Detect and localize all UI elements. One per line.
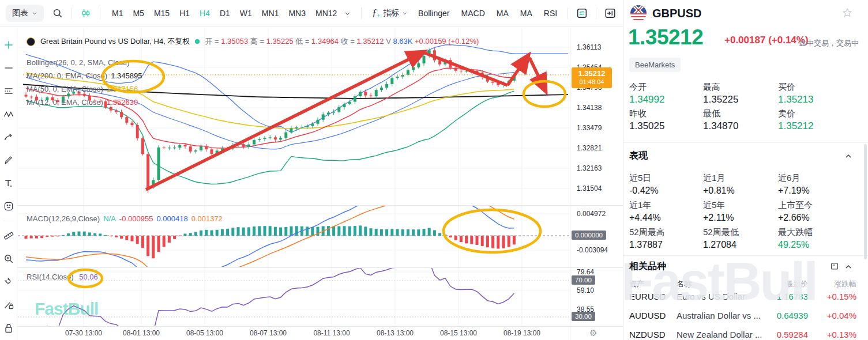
indicator-row-1: MA(200, 0, EMA, Close)1.345895 <box>27 71 142 80</box>
performance-item: 上市至今+2.66% <box>778 200 859 222</box>
indicator-button-rsi-4[interactable]: RSI <box>544 9 557 18</box>
indicator-button-bollinger-0[interactable]: Bollinger <box>418 9 449 18</box>
time-tick: 08-07 13:00 <box>242 329 294 337</box>
timeframe-mn1[interactable]: MN1 <box>262 9 279 18</box>
sidebar-symbol: GBPUSD <box>652 7 702 20</box>
time-tick: 08-01 13:00 <box>115 329 167 337</box>
related-asset: NZDUSD <box>629 330 666 339</box>
indicator-button-ma-2[interactable]: MA <box>497 9 509 18</box>
channels-icon[interactable] <box>0 80 17 103</box>
price-tick: 1.32821 <box>577 144 602 152</box>
performance-label: 上市至今 <box>778 200 859 211</box>
related-change: +0.13% <box>814 330 856 339</box>
trading-terminal: 图表 M1M5M15H1H4D1W1MN1MN3MN12 ƒ+ 指标 Bolli… <box>0 0 868 340</box>
timeframes-more-chevron-icon[interactable] <box>340 6 354 20</box>
pane-layout-icon[interactable] <box>575 6 589 20</box>
sidebar-scrollbar[interactable] <box>864 144 867 259</box>
zoom-in-icon[interactable] <box>0 247 17 270</box>
related-panel-icon[interactable] <box>830 262 839 273</box>
indicator-label: MA(12, 0, EMA, Close) <box>27 98 103 107</box>
timeframe-mn12[interactable]: MN12 <box>315 9 337 18</box>
top-toolbar: 图表 M1M5M15H1H4D1W1MN1MN3MN12 ƒ+ 指标 Bolli… <box>0 0 623 27</box>
quote-stat-value: 1.34992 <box>629 94 703 105</box>
related-row-nzdusd[interactable]: NZDUSDNew Zealand Dollar ...0.59284+0.13… <box>629 330 868 340</box>
brush-lock-icon[interactable] <box>0 293 17 316</box>
performance-grid: 近5日-0.42%近1月+0.81%近6月+7.19%近1年+4.44%近5年+… <box>629 173 859 250</box>
curve-arrow-icon[interactable] <box>0 126 17 149</box>
macd-badge: 0.000000 <box>572 231 606 240</box>
performance-item: 近1月+0.81% <box>703 173 778 195</box>
macd-value: -0.000955 <box>119 214 153 223</box>
related-collapse-chevron-icon[interactable] <box>844 262 853 274</box>
emoji-icon[interactable] <box>0 195 17 218</box>
ohlc-value: 1.34964 <box>311 37 341 46</box>
performance-item: 近5日-0.42% <box>629 173 703 195</box>
timeframe-w1[interactable]: W1 <box>240 9 252 18</box>
quote-stat: 今开1.34992 <box>629 82 703 105</box>
ohlc-label: 低 = <box>295 37 311 46</box>
wave-pattern-icon[interactable] <box>0 103 17 126</box>
collapse-panel-icon[interactable] <box>603 6 617 20</box>
related-row-audusd[interactable]: AUDUSDAustralian Dollar vs ...0.64939+0.… <box>629 311 868 323</box>
timeframe-m15[interactable]: M15 <box>154 9 170 18</box>
chart-watermark-logo: FastBull <box>35 299 98 319</box>
axis-settings-gear-icon[interactable]: ⚙ <box>589 328 597 338</box>
volume-value: 8.63K <box>393 37 415 46</box>
performance-label: 近1年 <box>629 200 703 211</box>
crosshair-icon[interactable] <box>0 33 17 56</box>
macd-value: N/A <box>103 214 116 223</box>
timeframe-d1[interactable]: D1 <box>220 9 230 18</box>
text-icon[interactable] <box>0 172 17 195</box>
quote-stat-label: 最高 <box>703 82 778 93</box>
indicators-menu-button[interactable]: ƒ+ 指标 <box>369 7 411 20</box>
price-tick: 1.32163 <box>577 164 602 172</box>
related-asset: AUDUSD <box>629 311 666 320</box>
performance-value: 1.27084 <box>703 240 778 250</box>
brush-icon[interactable] <box>0 149 17 172</box>
indicator-row-0: Bollinger(26, 0, 2, SMA, Close) <box>27 58 129 67</box>
quote-stat: 买价1.35213 <box>778 82 859 105</box>
quote-stat-label: 卖价 <box>778 108 859 119</box>
chevron-down-icon <box>32 10 37 16</box>
indicator-row-3: MA(12, 0, EMA, Close)1.352630 <box>27 98 138 107</box>
ruler-icon[interactable] <box>0 224 17 247</box>
trend-line-icon[interactable] <box>0 56 17 80</box>
quote-stat: 最高1.35225 <box>703 82 778 105</box>
sidebar-change: +0.00187 (+0.14%) <box>724 35 809 46</box>
ohlc-label: 开 = <box>205 37 221 46</box>
indicator-button-ma-3[interactable]: MA <box>520 9 532 18</box>
related-row-eurusd[interactable]: EURUSDEuro vs US Dollar1.16783+0.15% <box>629 292 868 304</box>
function-icon: ƒ+ <box>372 7 380 19</box>
magnet-icon[interactable] <box>0 270 17 293</box>
performance-value: +7.19% <box>778 186 859 196</box>
search-icon[interactable] <box>51 6 65 20</box>
ohlc-label: 高 = <box>250 37 266 46</box>
quote-stat-label: 最低 <box>703 108 778 119</box>
ohlc-values: 开 = 1.35053 高 = 1.35225 低 = 1.34964 收 = … <box>205 36 479 47</box>
timeframe-m1[interactable]: M1 <box>112 9 123 18</box>
broker-tag[interactable]: BeeMarkets <box>629 58 681 72</box>
rsi-legend: RSI(14,Close) 50.06 <box>27 273 98 281</box>
timeframe-mn3[interactable]: MN3 <box>288 9 306 18</box>
toolbar-divider <box>3 221 14 221</box>
timeframe-h1[interactable]: H1 <box>179 9 190 18</box>
related-price: 0.59284 <box>745 330 808 339</box>
related-header-0: 资产 <box>629 279 644 289</box>
timeframe-h4[interactable]: H4 <box>200 9 210 18</box>
performance-value: +0.81% <box>703 186 778 196</box>
candlestick-style-icon[interactable] <box>79 6 93 20</box>
favorite-star-icon[interactable] <box>841 7 853 21</box>
related-change: +0.15% <box>814 292 856 301</box>
session-status: 盘中交易，交易中 <box>799 38 859 48</box>
related-name: Euro vs US Dollar <box>677 292 743 301</box>
volume-label: V <box>386 37 393 46</box>
timeframe-m5[interactable]: M5 <box>133 9 144 18</box>
indicator-button-macd-1[interactable]: MACD <box>461 9 485 18</box>
performance-collapse-chevron-icon[interactable] <box>844 152 853 163</box>
lock-icon[interactable] <box>0 316 17 339</box>
time-tick: 08-13 13:00 <box>369 329 421 337</box>
chart-type-menu-button[interactable]: 图表 <box>6 5 44 22</box>
chart-menu-label: 图表 <box>12 8 28 18</box>
related-header-3: 涨跌幅 <box>814 279 856 289</box>
performance-label: 近1月 <box>703 173 778 184</box>
